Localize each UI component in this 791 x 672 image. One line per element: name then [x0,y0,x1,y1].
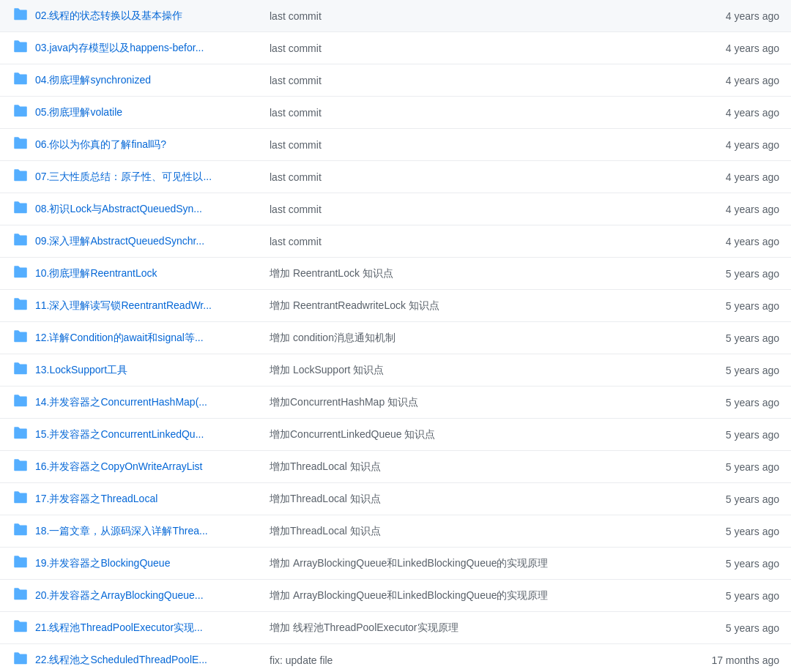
time-ago: 5 years ago [691,365,779,376]
file-name[interactable]: 12.详解Condition的await和signal等... [35,332,270,345]
commit-message: 增加 ArrayBlockingQueue和LinkedBlockingQueu… [270,557,691,570]
time-ago: 4 years ago [691,107,779,119]
folder-icon [12,7,35,24]
folder-icon [12,40,35,56]
file-name[interactable]: 02.线程的状态转换以及基本操作 [35,10,270,23]
time-ago: 5 years ago [691,461,779,473]
commit-message: fix: update file [270,654,691,666]
table-row: 19.并发容器之BlockingQueue增加 ArrayBlockingQue… [0,548,791,580]
time-ago: 4 years ago [691,236,779,247]
folder-icon [12,587,35,604]
table-row: 05.彻底理解volatilelast commit4 years ago [0,97,791,129]
file-name[interactable]: 13.LockSupport工具 [35,364,270,377]
table-row: 21.线程池ThreadPoolExecutor实现...增加 线程池Threa… [0,612,791,644]
table-row: 02.线程的状态转换以及基本操作last commit4 years ago [0,0,791,32]
file-name[interactable]: 16.并发容器之CopyOnWriteArrayList [35,460,270,474]
commit-message: 增加ThreadLocal 知识点 [270,525,691,538]
folder-icon [12,652,35,668]
time-ago: 4 years ago [691,10,779,22]
commit-message: 增加 condition消息通知机制 [270,332,691,345]
time-ago: 4 years ago [691,42,779,54]
file-name[interactable]: 14.并发容器之ConcurrentHashMap(... [35,396,270,409]
folder-icon [12,619,35,636]
time-ago: 17 months ago [691,654,779,666]
time-ago: 5 years ago [691,268,779,280]
time-ago: 5 years ago [691,590,779,602]
file-name[interactable]: 07.三大性质总结：原子性、可见性以... [35,171,270,184]
file-name[interactable]: 04.彻底理解synchronized [35,74,270,87]
time-ago: 5 years ago [691,332,779,344]
file-name[interactable]: 05.彻底理解volatile [35,106,270,119]
table-row: 10.彻底理解ReentrantLock增加 ReentrantLock 知识点… [0,258,791,290]
time-ago: 4 years ago [691,75,779,86]
commit-message: 增加 ArrayBlockingQueue和LinkedBlockingQueu… [270,589,691,602]
folder-icon [12,72,35,89]
table-row: 09.深入理解AbstractQueuedSynchr...last commi… [0,225,791,258]
time-ago: 5 years ago [691,397,779,408]
commit-message: 增加ConcurrentLinkedQueue 知识点 [270,428,691,441]
folder-icon [12,233,35,250]
table-row: 06.你以为你真的了解final吗?last commit4 years ago [0,129,791,161]
file-name[interactable]: 20.并发容器之ArrayBlockingQueue... [35,589,270,602]
time-ago: 5 years ago [691,558,779,570]
commit-message: last commit [270,107,691,119]
table-row: 14.并发容器之ConcurrentHashMap(...增加Concurren… [0,387,791,419]
table-row: 22.线程池之ScheduledThreadPoolE...fix: updat… [0,644,791,672]
time-ago: 5 years ago [691,526,779,537]
file-name[interactable]: 17.并发容器之ThreadLocal [35,493,270,506]
file-name[interactable]: 10.彻底理解ReentrantLock [35,267,270,280]
file-name[interactable]: 11.深入理解读写锁ReentrantReadWr... [35,299,270,313]
file-name[interactable]: 08.初识Lock与AbstractQueuedSyn... [35,203,270,216]
folder-icon [12,265,35,282]
time-ago: 4 years ago [691,171,779,183]
commit-message: last commit [270,75,691,86]
commit-message: last commit [270,42,691,54]
table-row: 03.java内存模型以及happens-befor...last commit… [0,32,791,64]
file-name[interactable]: 15.并发容器之ConcurrentLinkedQu... [35,428,270,441]
commit-message: 增加 LockSupport 知识点 [270,364,691,377]
time-ago: 5 years ago [691,493,779,505]
commit-message: last commit [270,139,691,151]
file-name[interactable]: 06.你以为你真的了解final吗? [35,138,270,152]
table-row: 13.LockSupport工具增加 LockSupport 知识点5 year… [0,354,791,387]
table-row: 18.一篇文章，从源码深入详解Threa...增加ThreadLocal 知识点… [0,515,791,548]
time-ago: 4 years ago [691,204,779,215]
folder-icon [12,555,35,572]
commit-message: 增加 ReentrantLock 知识点 [270,267,691,280]
time-ago: 4 years ago [691,139,779,151]
file-name[interactable]: 21.线程池ThreadPoolExecutor实现... [35,621,270,635]
commit-message: 增加ThreadLocal 知识点 [270,460,691,474]
commit-message: 增加ThreadLocal 知识点 [270,493,691,506]
folder-icon [12,136,35,153]
commit-message: last commit [270,204,691,215]
commit-message: 增加 线程池ThreadPoolExecutor实现原理 [270,621,691,635]
commit-message: last commit [270,171,691,183]
table-row: 16.并发容器之CopyOnWriteArrayList增加ThreadLoca… [0,451,791,483]
folder-icon [12,297,35,314]
commit-message: last commit [270,10,691,22]
commit-message: last commit [270,236,691,247]
table-row: 15.并发容器之ConcurrentLinkedQu...增加Concurren… [0,419,791,451]
file-name[interactable]: 03.java内存模型以及happens-befor... [35,42,270,55]
folder-icon [12,201,35,217]
file-name[interactable]: 19.并发容器之BlockingQueue [35,557,270,570]
file-name[interactable]: 18.一篇文章，从源码深入详解Threa... [35,525,270,538]
folder-icon [12,329,35,346]
folder-icon [12,104,35,121]
folder-icon [12,458,35,475]
table-row: 11.深入理解读写锁ReentrantReadWr...增加 Reentrant… [0,290,791,322]
file-name[interactable]: 09.深入理解AbstractQueuedSynchr... [35,235,270,248]
time-ago: 5 years ago [691,622,779,634]
folder-icon [12,426,35,443]
table-row: 20.并发容器之ArrayBlockingQueue...增加 ArrayBlo… [0,580,791,612]
folder-icon [12,394,35,411]
commit-message: 增加ConcurrentHashMap 知识点 [270,396,691,409]
folder-icon [12,168,35,185]
table-row: 08.初识Lock与AbstractQueuedSyn...last commi… [0,193,791,225]
table-row: 12.详解Condition的await和signal等...增加 condit… [0,322,791,354]
table-row: 17.并发容器之ThreadLocal增加ThreadLocal 知识点5 ye… [0,483,791,515]
folder-icon [12,490,35,507]
table-row: 07.三大性质总结：原子性、可见性以...last commit4 years … [0,161,791,193]
commit-message: 增加 ReentrantReadwriteLock 知识点 [270,299,691,313]
file-name[interactable]: 22.线程池之ScheduledThreadPoolE... [35,654,270,667]
